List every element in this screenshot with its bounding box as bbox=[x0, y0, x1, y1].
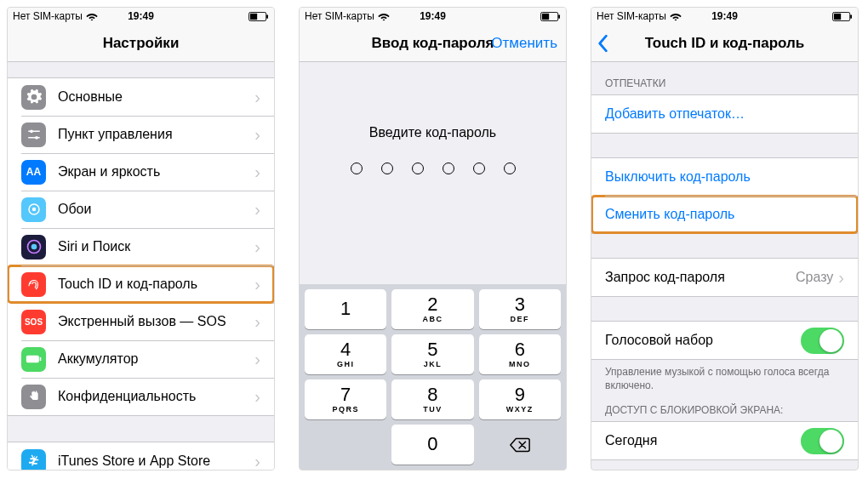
passcode-screen: Нет SIM-карты 19:49 Ввод код-пароля Отме… bbox=[299, 7, 567, 470]
carrier-text: Нет SIM-карты bbox=[305, 10, 374, 22]
chevron-right-icon: › bbox=[254, 351, 260, 368]
today-view-row[interactable]: Сегодня bbox=[591, 422, 858, 459]
passcode-dot bbox=[443, 163, 454, 174]
status-bar: Нет SIM-карты 19:49 bbox=[8, 8, 274, 25]
row-label: Touch ID и код-пароль bbox=[58, 277, 254, 292]
key-digit: 6 bbox=[515, 340, 525, 359]
cancel-button[interactable]: Отменить bbox=[491, 35, 557, 52]
settings-row[interactable]: Основные› bbox=[8, 78, 274, 116]
row-label: Голосовой набор bbox=[605, 333, 801, 348]
keypad-key-2[interactable]: 2ABC bbox=[391, 289, 473, 329]
nav-bar: Настройки bbox=[8, 25, 274, 62]
carrier-text: Нет SIM-карты bbox=[13, 10, 83, 22]
clock: 19:49 bbox=[711, 10, 738, 22]
row-label: Аккумулятор bbox=[58, 351, 254, 367]
change-passcode-row[interactable]: Сменить код-пароль bbox=[591, 196, 858, 233]
voice-dial-toggle[interactable] bbox=[801, 328, 844, 354]
clock: 19:49 bbox=[128, 10, 154, 22]
voice-footer: Управление музыкой с помощью голоса всег… bbox=[591, 360, 858, 396]
passcode-dot bbox=[351, 163, 363, 174]
key-digit: 9 bbox=[515, 385, 525, 404]
key-letters: ABC bbox=[422, 315, 443, 323]
today-toggle[interactable] bbox=[801, 428, 844, 454]
wifi-icon bbox=[378, 12, 390, 20]
nav-bar: Ввод код-пароля Отменить bbox=[300, 25, 566, 62]
turn-off-passcode-row[interactable]: Выключить код-пароль bbox=[591, 158, 858, 196]
passcode-dot bbox=[381, 163, 393, 174]
settings-row[interactable]: Siri и Поиск› bbox=[8, 228, 274, 265]
touchid-screen: Нет SIM-карты 19:49 Touch ID и код-парол… bbox=[591, 7, 859, 470]
passcode-prompt: Введите код-пароль bbox=[300, 125, 566, 140]
keypad-key-8[interactable]: 8TUV bbox=[391, 379, 473, 419]
settings-row[interactable]: SOSЭкстренный вызов — SOS› bbox=[8, 303, 274, 340]
page-title: Настройки bbox=[103, 35, 180, 52]
keypad-key-4[interactable]: 4GHI bbox=[305, 334, 386, 374]
wifi-icon bbox=[670, 12, 682, 20]
svg-rect-15 bbox=[558, 14, 560, 19]
fingerprint-icon bbox=[21, 272, 46, 297]
battery-icon bbox=[832, 12, 853, 21]
key-digit: 4 bbox=[340, 340, 351, 359]
backspace-icon bbox=[509, 436, 531, 453]
svg-rect-14 bbox=[542, 13, 549, 19]
key-digit: 3 bbox=[515, 295, 525, 314]
keypad-key-3[interactable]: 3DEF bbox=[479, 289, 561, 329]
settings-row[interactable]: iTunes Store и App Store› bbox=[8, 442, 274, 470]
key-letters: PQRS bbox=[332, 405, 359, 413]
settings-row[interactable]: Аккумулятор› bbox=[8, 340, 274, 378]
battery-icon bbox=[540, 12, 561, 21]
keypad-key-1[interactable]: 1 bbox=[305, 289, 386, 329]
row-label: Сменить код-пароль bbox=[605, 207, 844, 222]
chevron-right-icon: › bbox=[254, 88, 260, 105]
svg-rect-2 bbox=[266, 14, 268, 19]
add-fingerprint-row[interactable]: Добавить отпечаток… bbox=[591, 95, 858, 133]
key-digit: 0 bbox=[427, 435, 437, 453]
key-letters: JKL bbox=[424, 360, 443, 368]
row-label: Обои bbox=[58, 202, 254, 217]
settings-row[interactable]: Touch ID и код-пароль› bbox=[8, 265, 274, 303]
settings-row[interactable]: Пункт управления› bbox=[8, 116, 274, 153]
settings-row[interactable]: AAЭкран и яркость› bbox=[8, 153, 274, 191]
keypad-key-5[interactable]: 5JKL bbox=[391, 334, 473, 374]
row-label: Siri и Поиск bbox=[58, 239, 254, 254]
svg-rect-6 bbox=[28, 137, 40, 139]
backspace-key[interactable] bbox=[479, 425, 561, 465]
fingerprints-header: ОТПЕЧАТКИ bbox=[591, 62, 858, 94]
require-passcode-row[interactable]: Запрос код-пароля Сразу › bbox=[591, 259, 858, 296]
row-label: Экран и яркость bbox=[58, 164, 254, 180]
keypad-key-9[interactable]: 9WXYZ bbox=[479, 379, 561, 419]
keypad-key-7[interactable]: 7PQRS bbox=[305, 379, 386, 419]
svg-rect-4 bbox=[28, 131, 40, 133]
key-letters: GHI bbox=[337, 360, 355, 368]
keypad-key-0[interactable]: 0 bbox=[391, 425, 473, 465]
wallpaper-icon bbox=[21, 197, 46, 222]
back-button[interactable] bbox=[597, 34, 608, 53]
svg-point-10 bbox=[31, 244, 37, 250]
settings-screen: Нет SIM-карты 19:49 Настройки Основные›П… bbox=[7, 7, 275, 470]
carrier-text: Нет SIM-карты bbox=[597, 10, 666, 22]
voice-dial-row[interactable]: Голосовой набор bbox=[591, 322, 858, 359]
hand-icon bbox=[21, 385, 46, 409]
display-icon: AA bbox=[21, 160, 46, 185]
row-label: iTunes Store и App Store bbox=[58, 453, 254, 469]
settings-row[interactable]: Обои› bbox=[8, 191, 274, 228]
row-label: Выключить код-пароль bbox=[605, 169, 844, 185]
key-digit: 2 bbox=[427, 295, 437, 314]
passcode-dot bbox=[473, 163, 485, 174]
page-title: Touch ID и код-пароль bbox=[645, 35, 805, 52]
chevron-right-icon: › bbox=[254, 238, 260, 255]
keypad-key-6[interactable]: 6MNO bbox=[479, 334, 561, 374]
battery-icon bbox=[21, 347, 46, 372]
status-bar: Нет SIM-карты 19:49 bbox=[300, 8, 566, 25]
nav-bar: Touch ID и код-пароль bbox=[591, 25, 858, 62]
chevron-left-icon bbox=[597, 34, 608, 53]
chevron-right-icon: › bbox=[254, 388, 260, 405]
row-label: Экстренный вызов — SOS bbox=[58, 314, 254, 329]
row-label: Запрос код-пароля bbox=[605, 270, 796, 285]
chevron-right-icon: › bbox=[254, 201, 260, 218]
settings-row[interactable]: Конфиденциальность› bbox=[8, 378, 274, 415]
key-digit: 7 bbox=[340, 385, 351, 404]
sliders-icon bbox=[21, 123, 46, 147]
lockscreen-access-header: ДОСТУП С БЛОКИРОВКОЙ ЭКРАНА: bbox=[591, 396, 858, 421]
page-title: Ввод код-пароля bbox=[372, 35, 494, 52]
